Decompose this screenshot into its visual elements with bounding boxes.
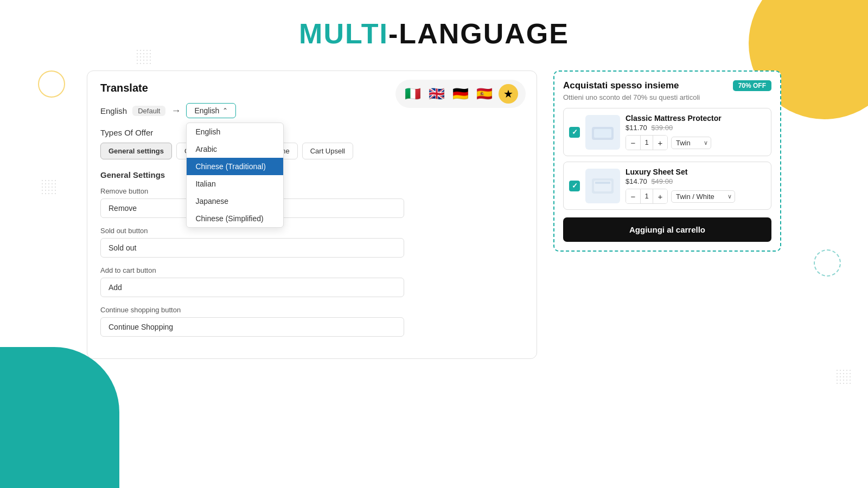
chevron-icon: ⌃ (222, 107, 228, 114)
product-item-2: ✓ Luxury Sheet Set $14.70 $49.00 − 1 + (563, 162, 771, 210)
flag-star[interactable]: ★ (499, 84, 518, 104)
lang-dropdown: English Arabic Chinese (Traditional) Ita… (186, 123, 284, 228)
field-sold-out-button: Sold out button (100, 227, 524, 258)
remove-button-label: Remove button (100, 187, 524, 195)
add-to-cart-button-input[interactable] (100, 278, 404, 297)
product-card-header: Acquistati spesso insieme 70% OFF (563, 80, 771, 91)
add-to-cart-button[interactable]: Aggiungi al carrello (563, 217, 771, 242)
flag-italy[interactable]: 🇮🇹 (403, 84, 423, 104)
sold-out-button-input[interactable] (100, 238, 404, 258)
source-lang-label: English (100, 106, 127, 115)
product-1-qty-control: − 1 + (626, 135, 668, 150)
product-card-title: Acquistati spesso insieme (563, 80, 679, 91)
product-2-variant-wrapper: Twin / White Twin / Grey Full / White Qu… (671, 190, 735, 203)
continue-shopping-button-input[interactable] (100, 317, 404, 337)
lang-select-button[interactable]: English ⌃ (186, 103, 236, 118)
product-2-image (585, 169, 620, 203)
product-1-info: Classic Mattress Protector $11.70 $39.00… (626, 114, 765, 150)
product-2-checkbox[interactable]: ✓ (569, 181, 580, 191)
product-1-qty-minus[interactable]: − (626, 136, 640, 150)
product-2-qty-value: 1 (640, 189, 653, 203)
product-item-1: ✓ Classic Mattress Protector $11.70 $39.… (563, 108, 771, 156)
product-2-prices: $14.70 $49.00 (626, 177, 765, 185)
product-1-qty-plus[interactable]: + (653, 136, 667, 150)
arrow-icon: → (171, 105, 181, 117)
sold-out-button-label: Sold out button (100, 227, 524, 235)
flag-germany[interactable]: 🇩🇪 (451, 84, 470, 104)
lang-option-chinese-simplified[interactable]: Chinese (Simplified) (187, 210, 283, 227)
main-content: Translate 🇮🇹 🇬🇧 🇩🇪 🇪🇸 ★ English Default … (0, 61, 868, 359)
product-1-image (585, 115, 620, 150)
dot-grid-right (835, 369, 852, 385)
product-2-name: Luxury Sheet Set (626, 168, 765, 176)
product-card: Acquistati spesso insieme 70% OFF Ottien… (553, 70, 781, 252)
product-card-subtitle: Ottieni uno sconto del 70% su questi art… (563, 93, 771, 101)
lang-option-chinese-traditional[interactable]: Chinese (Traditional) (187, 158, 283, 175)
product-1-name: Classic Mattress Protector (626, 114, 765, 123)
product-1-variant-select[interactable]: Twin Full Queen King (671, 137, 711, 149)
title-dark: -LANGUAGE (388, 18, 569, 49)
flag-uk[interactable]: 🇬🇧 (427, 84, 446, 104)
product-2-qty-minus[interactable]: − (626, 189, 640, 203)
product-1-checkbox[interactable]: ✓ (569, 127, 580, 138)
product-1-variant-wrapper: Twin Full Queen King (671, 137, 711, 149)
off-badge: 70% OFF (733, 80, 771, 91)
add-to-cart-button-label: Add to cart button (100, 266, 524, 274)
product-2-variant-select[interactable]: Twin / White Twin / Grey Full / White Qu… (671, 190, 735, 203)
field-add-to-cart-button: Add to cart button (100, 266, 524, 297)
selected-lang-label: English (194, 106, 219, 115)
tab-row: General settings Cross Bundle Volume Car… (100, 143, 524, 159)
product-panel: Acquistati spesso insieme 70% OFF Ottien… (553, 70, 781, 359)
lang-option-english[interactable]: English (187, 123, 283, 140)
lang-option-japanese[interactable]: Japanese (187, 192, 283, 210)
product-1-prices: $11.70 $39.00 (626, 124, 765, 132)
product-2-info: Luxury Sheet Set $14.70 $49.00 − 1 + Twi… (626, 168, 765, 204)
tab-general-settings[interactable]: General settings (100, 143, 172, 159)
field-remove-button: Remove button (100, 187, 524, 218)
product-2-original-price: $49.00 (651, 177, 673, 185)
general-settings-title: General Settings (100, 170, 524, 179)
product-1-controls: − 1 + Twin Full Queen King (626, 135, 765, 150)
lang-option-italian[interactable]: Italian (187, 175, 283, 192)
product-2-qty-plus[interactable]: + (653, 189, 667, 203)
language-row: English Default → English ⌃ English Arab… (100, 103, 524, 118)
product-1-original-price: $39.00 (651, 124, 673, 132)
lang-select-wrapper: English ⌃ English Arabic Chinese (Tradit… (186, 103, 236, 118)
svg-rect-4 (595, 182, 610, 184)
tab-cart-upsell[interactable]: Cart Upsell (302, 143, 353, 159)
title-teal: MULTI (299, 18, 388, 49)
product-2-controls: − 1 + Twin / White Twin / Grey Full / Wh… (626, 189, 765, 204)
continue-shopping-button-label: Continue shopping button (100, 306, 524, 314)
field-continue-shopping-button: Continue shopping button (100, 306, 524, 337)
lang-option-arabic[interactable]: Arabic (187, 140, 283, 158)
translate-panel: Translate 🇮🇹 🇬🇧 🇩🇪 🇪🇸 ★ English Default … (87, 70, 537, 359)
flag-spain[interactable]: 🇪🇸 (475, 84, 494, 104)
default-badge: Default (132, 106, 165, 116)
bg-teal-shape (0, 347, 119, 488)
types-of-offer-label: Types Of Offer (100, 128, 524, 137)
product-1-qty-value: 1 (640, 136, 653, 150)
svg-rect-1 (594, 129, 611, 138)
page-title: MULTI-LANGUAGE (0, 0, 868, 50)
product-2-qty-control: − 1 + (626, 189, 668, 204)
